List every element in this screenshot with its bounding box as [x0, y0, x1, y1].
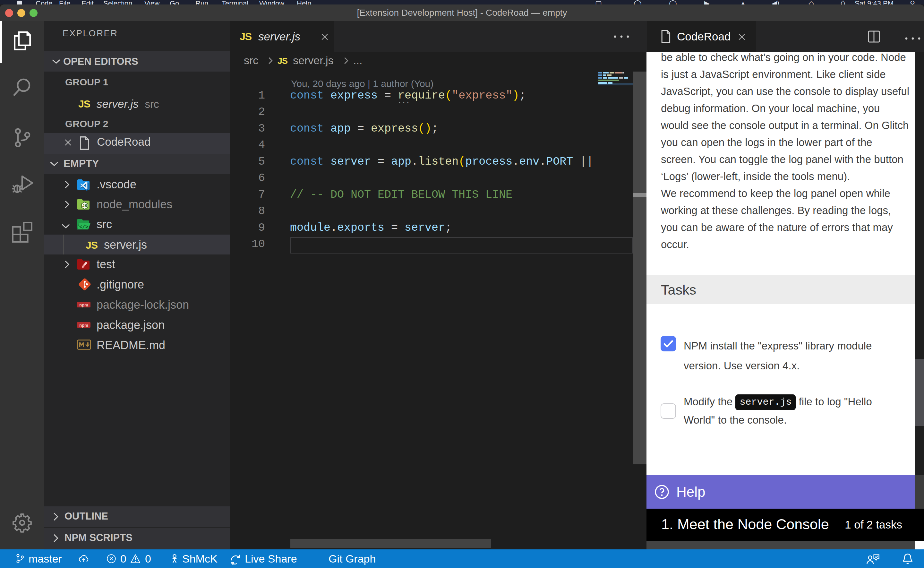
svg-text:npm: npm	[79, 303, 88, 307]
svg-text:npm: npm	[79, 323, 88, 328]
svg-text:</>: </>	[79, 224, 88, 230]
svg-text:JS: JS	[82, 204, 87, 208]
